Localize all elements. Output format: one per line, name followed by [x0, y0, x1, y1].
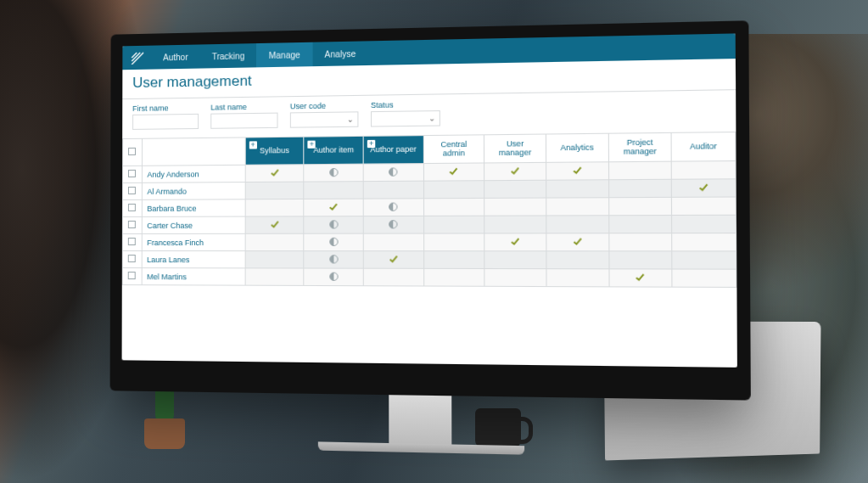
user-name-cell[interactable]: Carter Chase [142, 216, 245, 233]
role-cell-central-admin[interactable] [423, 181, 484, 199]
role-cell-user-manager[interactable] [484, 180, 546, 198]
user-name-cell[interactable]: Mel Martins [142, 268, 245, 286]
user-role-grid: +Syllabus+Author item+Author paperCentra… [122, 132, 737, 288]
user-name-cell[interactable]: Andy Anderson [142, 165, 245, 183]
role-cell-syllabus[interactable] [245, 268, 304, 286]
half-circle-icon [389, 167, 397, 176]
check-icon [698, 183, 708, 193]
row-checkbox[interactable] [122, 216, 141, 233]
nav-tab-tracking[interactable]: Tracking [200, 43, 257, 68]
user-name-cell[interactable]: Francesca Finch [142, 233, 245, 250]
role-cell-author-item[interactable] [304, 164, 363, 182]
role-cell-auditor[interactable] [672, 179, 736, 198]
user-name-cell[interactable]: Laura Lanes [142, 251, 245, 268]
role-cell-user-manager[interactable] [484, 162, 546, 180]
role-cell-auditor[interactable] [672, 251, 736, 269]
role-cell-central-admin[interactable] [423, 163, 484, 181]
role-cell-author-paper[interactable] [363, 251, 423, 269]
role-cell-author-item[interactable] [304, 216, 363, 234]
filter-bar: First name Last name User code ⌄ Status … [122, 90, 736, 138]
role-cell-syllabus[interactable] [245, 182, 304, 199]
role-cell-user-manager[interactable] [484, 233, 546, 251]
role-cell-central-admin[interactable] [423, 216, 484, 233]
select-all-header[interactable] [123, 138, 142, 166]
role-cell-user-manager[interactable] [484, 268, 546, 286]
col-header-syllabus[interactable]: +Syllabus [245, 137, 304, 165]
role-cell-auditor[interactable] [672, 197, 736, 215]
role-cell-central-admin[interactable] [423, 268, 484, 286]
table-row: Laura Lanes [122, 251, 736, 270]
role-cell-project-mgr[interactable] [609, 269, 673, 287]
role-cell-syllabus[interactable] [245, 251, 304, 268]
role-cell-author-paper[interactable] [363, 233, 423, 251]
role-cell-project-mgr[interactable] [608, 233, 672, 251]
role-cell-author-item[interactable] [304, 233, 363, 251]
role-cell-analytics[interactable] [546, 180, 609, 198]
row-checkbox[interactable] [122, 233, 141, 250]
user-name-cell[interactable]: Barbara Bruce [142, 199, 245, 217]
role-cell-central-admin[interactable] [423, 233, 484, 251]
role-cell-project-mgr[interactable] [608, 216, 672, 233]
expand-icon: + [249, 141, 257, 149]
role-cell-auditor[interactable] [672, 269, 736, 287]
role-cell-syllabus[interactable] [245, 216, 304, 233]
user-name-cell[interactable]: Al Armando [142, 183, 245, 200]
filter-last-name-input[interactable] [210, 113, 277, 129]
role-cell-auditor[interactable] [672, 233, 736, 251]
role-cell-analytics[interactable] [546, 251, 609, 269]
role-cell-author-item[interactable] [304, 182, 363, 199]
half-circle-icon [389, 202, 397, 211]
role-cell-analytics[interactable] [546, 233, 609, 251]
role-cell-author-paper[interactable] [363, 164, 423, 182]
filter-first-name-input[interactable] [132, 114, 199, 130]
role-cell-analytics[interactable] [546, 269, 609, 287]
row-checkbox[interactable] [122, 268, 141, 285]
role-cell-author-paper[interactable] [363, 181, 423, 199]
role-cell-analytics[interactable] [546, 216, 609, 233]
row-checkbox[interactable] [123, 166, 142, 183]
nav-tab-manage[interactable]: Manage [256, 42, 312, 68]
role-cell-analytics[interactable] [546, 198, 609, 216]
role-cell-syllabus[interactable] [245, 233, 304, 250]
role-cell-auditor[interactable] [671, 161, 736, 180]
role-cell-syllabus[interactable] [245, 199, 304, 216]
role-cell-project-mgr[interactable] [608, 179, 672, 197]
role-cell-user-manager[interactable] [484, 216, 546, 233]
role-cell-author-item[interactable] [304, 199, 363, 216]
role-cell-central-admin[interactable] [423, 251, 484, 269]
role-cell-project-mgr[interactable] [608, 197, 672, 215]
role-cell-author-item[interactable] [304, 251, 363, 269]
filter-status-select[interactable]: ⌄ [371, 110, 440, 127]
table-row: Barbara Bruce [122, 197, 736, 216]
nav-tab-analyse[interactable]: Analyse [312, 41, 368, 66]
role-cell-user-manager[interactable] [484, 251, 546, 269]
nav-tab-author[interactable]: Author [151, 44, 200, 69]
role-cell-user-manager[interactable] [484, 198, 546, 216]
row-checkbox[interactable] [122, 251, 141, 268]
col-header-author-item[interactable]: +Author item [304, 136, 363, 164]
role-cell-author-paper[interactable] [363, 268, 423, 286]
role-cell-author-item[interactable] [304, 268, 363, 286]
filter-user-code-select[interactable]: ⌄ [290, 111, 359, 127]
checkbox-icon [128, 204, 136, 211]
col-header-author-paper[interactable]: +Author paper [363, 136, 423, 165]
role-cell-author-paper[interactable] [363, 216, 423, 233]
role-cell-project-mgr[interactable] [608, 161, 672, 180]
role-cell-author-paper[interactable] [363, 199, 423, 216]
col-header-auditor: Auditor [671, 132, 736, 162]
page-title: User management [132, 65, 724, 92]
table-row: Francesca Finch [122, 233, 736, 251]
check-icon [270, 168, 279, 177]
check-icon [636, 272, 646, 283]
filter-user-code: User code ⌄ [290, 101, 359, 128]
role-cell-project-mgr[interactable] [608, 251, 672, 269]
role-cell-syllabus[interactable] [245, 165, 304, 183]
role-cell-central-admin[interactable] [423, 198, 484, 216]
row-checkbox[interactable] [122, 199, 141, 216]
row-checkbox[interactable] [123, 183, 142, 199]
role-cell-auditor[interactable] [672, 215, 736, 233]
filter-first-name-label: First name [132, 104, 199, 113]
role-cell-analytics[interactable] [546, 162, 609, 180]
check-icon [389, 254, 399, 263]
filter-user-code-label: User code [290, 101, 359, 110]
